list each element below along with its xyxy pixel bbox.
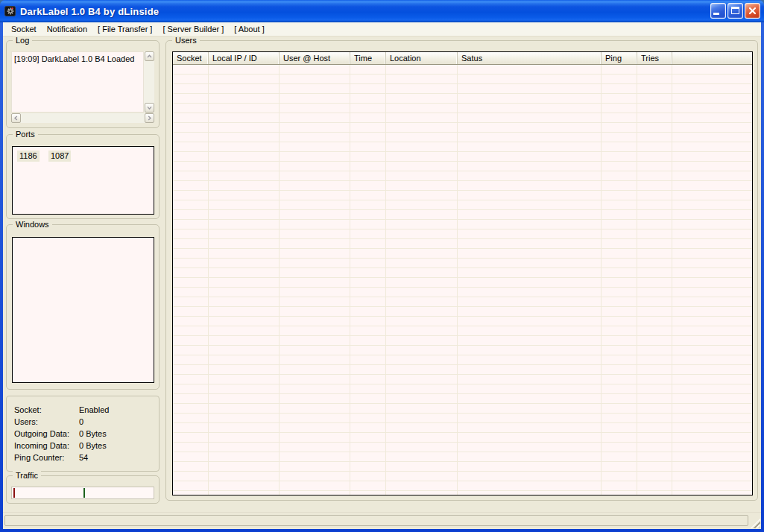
resize-grip-icon[interactable] [751, 519, 760, 528]
status-label: Outgoing Data: [14, 429, 69, 438]
column-header-user-host[interactable]: User @ Host [280, 52, 350, 64]
status-label: Socket: [14, 405, 42, 414]
log-groupbox: Log [19:09] DarkLabel 1.0 B4 Loaded [6, 40, 160, 128]
minimize-button[interactable] [710, 3, 726, 19]
column-header-satus[interactable]: Satus [458, 52, 602, 64]
windows-groupbox-label: Windows [13, 220, 52, 229]
column-header-local-ip-id[interactable]: Local IP / ID [209, 52, 280, 64]
status-value: 0 [79, 417, 83, 426]
status-label: Users: [14, 417, 38, 426]
column-divider [637, 65, 637, 495]
status-bar [3, 512, 761, 529]
scroll-down-button[interactable] [145, 103, 154, 113]
column-divider [385, 65, 386, 495]
minimize-icon [713, 13, 719, 15]
chevron-right-icon [146, 115, 153, 121]
status-value: 0 Bytes [79, 441, 107, 450]
app-icon[interactable] [4, 5, 16, 17]
scroll-left-button[interactable] [11, 113, 21, 123]
status-bar-panel [4, 515, 748, 526]
client-area: Socket Notification [ File Transfer ] [ … [3, 22, 761, 529]
users-table: Socket Local IP / ID User @ Host Time Lo… [172, 51, 753, 495]
ports-groupbox: Ports 1186 1087 [6, 134, 160, 219]
users-table-header: Socket Local IP / ID User @ Host Time Lo… [173, 52, 752, 65]
status-value: 54 [79, 453, 88, 462]
traffic-meter [11, 487, 154, 499]
menubar: Socket Notification [ File Transfer ] [ … [3, 22, 761, 37]
column-divider [208, 65, 209, 495]
users-table-body[interactable] [173, 65, 752, 495]
chevron-up-icon [146, 53, 153, 60]
users-groupbox: Users Socket Local IP / ID User @ Host T… [165, 40, 758, 501]
window-controls [710, 3, 760, 19]
traffic-groupbox: Traffic [6, 475, 160, 504]
column-divider [672, 65, 672, 495]
log-list[interactable]: [19:09] DarkLabel 1.0 B4 Loaded [11, 51, 144, 113]
traffic-marker-green [83, 488, 85, 498]
maximize-icon [731, 7, 739, 14]
titlebar[interactable]: DarkLabel 1.0 B4 by dLinside [0, 0, 764, 22]
traffic-marker-red [13, 488, 15, 498]
close-icon [748, 6, 757, 17]
port-item[interactable]: 1087 [48, 151, 71, 162]
status-row: Socket: Enabled [7, 405, 159, 416]
status-row: Users: 0 [7, 417, 159, 428]
app-window: DarkLabel 1.0 B4 by dLinside Socket Noti… [0, 0, 764, 532]
ports-groupbox-label: Ports [13, 130, 38, 139]
status-label: Incoming Data: [14, 441, 69, 450]
scroll-right-button[interactable] [145, 113, 154, 123]
column-divider [457, 65, 458, 495]
column-header-ping[interactable]: Ping [602, 52, 637, 64]
port-item[interactable]: 1186 [17, 151, 40, 162]
traffic-groupbox-label: Traffic [13, 471, 41, 481]
scroll-up-button[interactable] [145, 51, 154, 61]
status-label: Ping Counter: [14, 453, 64, 462]
chevron-left-icon [13, 115, 19, 121]
column-divider [601, 65, 602, 495]
menu-server-builder[interactable]: [ Server Builder ] [157, 23, 229, 36]
log-horizontal-scrollbar[interactable] [11, 113, 154, 123]
column-divider [279, 65, 280, 495]
column-header-tries[interactable]: Tries [637, 52, 672, 64]
status-value: Enabled [79, 405, 109, 414]
close-button[interactable] [745, 3, 760, 19]
column-header-time[interactable]: Time [350, 52, 386, 64]
menu-about[interactable]: [ About ] [229, 23, 269, 36]
ports-list[interactable]: 1186 1087 [12, 146, 154, 215]
status-row: Ping Counter: 54 [7, 453, 159, 463]
menu-file-transfer[interactable]: [ File Transfer ] [92, 23, 157, 36]
status-value: 0 Bytes [79, 429, 107, 438]
maximize-button[interactable] [727, 3, 743, 19]
chevron-down-icon [146, 104, 153, 111]
windows-list[interactable] [12, 237, 154, 383]
menu-socket[interactable]: Socket [6, 23, 42, 36]
users-groupbox-label: Users [172, 36, 200, 45]
status-frame: Socket: Enabled Users: 0 Outgoing Data: … [6, 396, 160, 472]
log-vertical-scrollbar[interactable] [144, 51, 154, 113]
log-entry[interactable]: [19:09] DarkLabel 1.0 B4 Loaded [14, 54, 141, 64]
menu-notification[interactable]: Notification [42, 23, 92, 36]
column-header-location[interactable]: Location [386, 52, 458, 64]
column-header-socket[interactable]: Socket [173, 52, 209, 64]
status-row: Incoming Data: 0 Bytes [7, 441, 159, 452]
windows-groupbox: Windows [6, 224, 160, 390]
column-header-filler [672, 52, 752, 64]
column-divider [350, 65, 350, 495]
window-title: DarkLabel 1.0 B4 by dLinside [20, 6, 159, 17]
log-groupbox-label: Log [13, 36, 32, 45]
status-row: Outgoing Data: 0 Bytes [7, 429, 159, 440]
